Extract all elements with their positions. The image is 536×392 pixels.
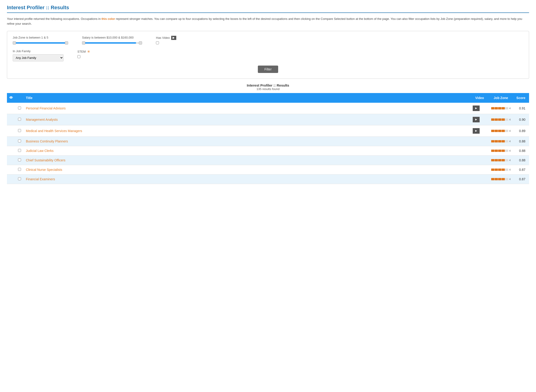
row-title-cell: Personal Financial Advisors <box>24 103 470 114</box>
row-video-cell <box>470 114 489 125</box>
row-eye-cell <box>7 146 15 155</box>
occupation-link[interactable]: Clinical Nurse Specialists <box>26 168 62 172</box>
has-video-label: Has Video <box>156 36 170 39</box>
video-play-button[interactable] <box>473 128 480 134</box>
row-eye-cell <box>7 155 15 165</box>
filter-panel: Job Zone is between 1 & 5 Salary is betw… <box>7 31 529 79</box>
jobzone-segment <box>495 178 498 180</box>
occupation-link[interactable]: Chief Sustainability Officers <box>26 158 65 162</box>
row-checkbox[interactable] <box>18 107 21 109</box>
jobzone-number: 4 <box>509 159 511 162</box>
occupation-link[interactable]: Financial Examiners <box>26 177 55 181</box>
jobzone-header: Job Zone <box>489 93 513 103</box>
jobzone-segment <box>505 107 508 109</box>
occupation-link[interactable]: Business Continuity Planners <box>26 140 68 143</box>
row-jobzone-cell: 4 <box>489 146 513 155</box>
video-play-button[interactable] <box>473 106 480 111</box>
score-value: 0.87 <box>519 168 525 172</box>
row-jobzone-cell: 4 <box>489 114 513 125</box>
jobzone-segment <box>491 159 494 161</box>
row-video-cell <box>470 155 489 165</box>
jobzone-segment <box>505 178 508 180</box>
jobzone-segments <box>491 130 508 132</box>
intro-paragraph: Your interest profile returned the follo… <box>7 17 529 26</box>
has-video-checkbox[interactable] <box>156 41 159 44</box>
jobzone-segment <box>495 107 498 109</box>
job-family-label: In Job Family <box>13 49 64 53</box>
score-value: 0.88 <box>519 149 525 153</box>
jobzone-bar: 4 <box>491 107 511 110</box>
jobzone-bar: 4 <box>491 118 511 121</box>
stem-icon: ✳ <box>87 49 90 54</box>
jobzone-segment <box>502 178 505 180</box>
row-eye-cell <box>7 174 15 184</box>
row-checkbox[interactable] <box>18 177 21 180</box>
row-video-cell <box>470 103 489 114</box>
job-family-select[interactable]: Any Job Family <box>13 54 64 61</box>
jobzone-segments <box>491 149 508 152</box>
score-value: 0.88 <box>519 158 525 162</box>
row-checkbox[interactable] <box>18 140 21 142</box>
occupation-link[interactable]: Medical and Health Services Managers <box>26 129 82 133</box>
row-checkbox-cell[interactable] <box>15 125 24 136</box>
jobzone-segment <box>495 140 498 142</box>
jobzone-bar: 4 <box>491 168 511 171</box>
jobzone-segment <box>505 130 508 132</box>
row-title-cell: Management Analysts <box>24 114 470 125</box>
row-checkbox[interactable] <box>18 149 21 152</box>
results-header: Interest Profiler :: Results 135 results… <box>7 83 529 91</box>
jobzone-segment <box>505 149 508 152</box>
jobzone-segment <box>498 107 501 109</box>
row-eye-cell <box>7 125 15 136</box>
row-checkbox[interactable] <box>18 129 21 132</box>
jobzone-segment <box>491 168 494 171</box>
row-checkbox-cell[interactable] <box>15 136 24 146</box>
jobzone-number: 4 <box>509 140 511 143</box>
row-checkbox-cell[interactable] <box>15 165 24 174</box>
score-value: 0.89 <box>519 129 525 133</box>
row-jobzone-cell: 4 <box>489 155 513 165</box>
jobzone-segment <box>498 168 501 171</box>
salary-slider[interactable] <box>82 41 142 45</box>
row-checkbox[interactable] <box>18 118 21 121</box>
jobzone-segment <box>502 130 505 132</box>
row-checkbox[interactable] <box>18 168 21 171</box>
jobzone-segment <box>502 140 505 142</box>
row-jobzone-cell: 4 <box>489 136 513 146</box>
stem-checkbox[interactable] <box>77 55 81 58</box>
row-score-cell: 0.88 <box>513 136 529 146</box>
row-jobzone-cell: 4 <box>489 165 513 174</box>
video-play-button[interactable] <box>473 117 480 122</box>
score-value: 0.91 <box>519 107 525 110</box>
occupation-link[interactable]: Personal Financial Advisors <box>26 107 66 110</box>
jobzone-segments <box>491 140 508 142</box>
row-checkbox-cell[interactable] <box>15 114 24 125</box>
row-checkbox-cell[interactable] <box>15 103 24 114</box>
jobzone-bar: 4 <box>491 140 511 143</box>
row-checkbox-cell[interactable] <box>15 155 24 165</box>
occupation-link[interactable]: Management Analysts <box>26 118 58 121</box>
row-title-cell: Financial Examiners <box>24 174 470 184</box>
job-family-filter: In Job Family Any Job Family <box>13 49 64 61</box>
row-title-cell: Chief Sustainability Officers <box>24 155 470 165</box>
table-row: Financial Examiners40.87 <box>7 174 529 184</box>
jobzone-segments <box>491 107 508 109</box>
score-value: 0.87 <box>519 177 525 181</box>
jobzone-slider[interactable] <box>13 41 68 45</box>
table-row: Judicial Law Clerks40.88 <box>7 146 529 155</box>
filter-button[interactable]: Filter <box>258 65 278 73</box>
row-checkbox-cell[interactable] <box>15 174 24 184</box>
salary-label: Salary is between $10,000 & $160,000 <box>82 36 142 39</box>
jobzone-segment <box>505 140 508 142</box>
results-title: Interest Profiler :: Results <box>7 83 529 87</box>
jobzone-segment <box>502 107 505 109</box>
video-header: Video <box>470 93 489 103</box>
table-row: Business Continuity Planners40.88 <box>7 136 529 146</box>
occupation-link[interactable]: Judicial Law Clerks <box>26 149 54 153</box>
row-checkbox-cell[interactable] <box>15 146 24 155</box>
row-checkbox[interactable] <box>18 158 21 161</box>
row-score-cell: 0.91 <box>513 103 529 114</box>
jobzone-segment <box>498 118 501 121</box>
jobzone-segment <box>495 149 498 152</box>
jobzone-segment <box>491 130 494 132</box>
